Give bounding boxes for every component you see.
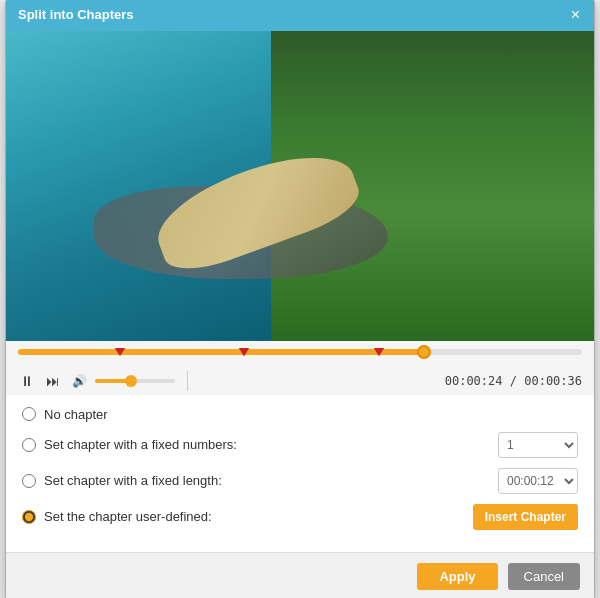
video-preview bbox=[6, 31, 594, 341]
user-defined-label[interactable]: Set the chapter user-defined: bbox=[44, 509, 465, 524]
controls-divider bbox=[187, 371, 188, 391]
timeline-track[interactable] bbox=[18, 349, 582, 355]
dialog-title: Split into Chapters bbox=[18, 7, 134, 22]
apply-button[interactable]: Apply bbox=[417, 563, 497, 590]
fixed-numbers-select[interactable]: 1 2 3 bbox=[498, 432, 578, 458]
total-time: 00:00:36 bbox=[524, 374, 582, 388]
split-chapters-dialog: Split into Chapters × bbox=[5, 0, 595, 598]
fixed-length-select[interactable]: 00:00:12 00:00:18 00:00:24 bbox=[498, 468, 578, 494]
option-fixed-numbers: Set chapter with a fixed numbers: 1 2 3 bbox=[22, 432, 578, 458]
option-fixed-length: Set chapter with a fixed length: 00:00:1… bbox=[22, 468, 578, 494]
user-defined-radio[interactable] bbox=[22, 510, 36, 524]
no-chapter-radio[interactable] bbox=[22, 407, 36, 421]
timeline-bar[interactable] bbox=[6, 341, 594, 367]
video-frame bbox=[6, 31, 594, 341]
title-bar: Split into Chapters × bbox=[6, 0, 594, 31]
insert-chapter-button[interactable]: Insert Chapter bbox=[473, 504, 578, 530]
controls-row: ⏸ ⏭ 🔊 00:00:24 / 00:00:36 bbox=[6, 367, 594, 395]
volume-thumb[interactable] bbox=[125, 375, 137, 387]
option-no-chapter: No chapter bbox=[22, 407, 578, 422]
current-time: 00:00:24 bbox=[445, 374, 503, 388]
fixed-numbers-radio[interactable] bbox=[22, 438, 36, 452]
options-area: No chapter Set chapter with a fixed numb… bbox=[6, 395, 594, 552]
option-user-defined: Set the chapter user-defined: Insert Cha… bbox=[22, 504, 578, 530]
cancel-button[interactable]: Cancel bbox=[508, 563, 580, 590]
fixed-numbers-label[interactable]: Set chapter with a fixed numbers: bbox=[44, 437, 490, 452]
volume-slider[interactable] bbox=[95, 379, 175, 383]
time-display: 00:00:24 / 00:00:36 bbox=[445, 374, 582, 388]
footer-area: Apply Cancel bbox=[6, 552, 594, 599]
timeline-thumb[interactable] bbox=[417, 345, 431, 359]
next-button[interactable]: ⏭ bbox=[44, 371, 62, 391]
pause-button[interactable]: ⏸ bbox=[18, 371, 36, 391]
close-button[interactable]: × bbox=[569, 7, 582, 23]
volume-icon: 🔊 bbox=[70, 372, 89, 390]
fixed-length-radio[interactable] bbox=[22, 474, 36, 488]
no-chapter-label[interactable]: No chapter bbox=[44, 407, 578, 422]
time-separator: / bbox=[510, 374, 517, 388]
timeline-fill bbox=[18, 349, 424, 355]
fixed-length-label[interactable]: Set chapter with a fixed length: bbox=[44, 473, 490, 488]
volume-area: 🔊 bbox=[70, 372, 175, 390]
